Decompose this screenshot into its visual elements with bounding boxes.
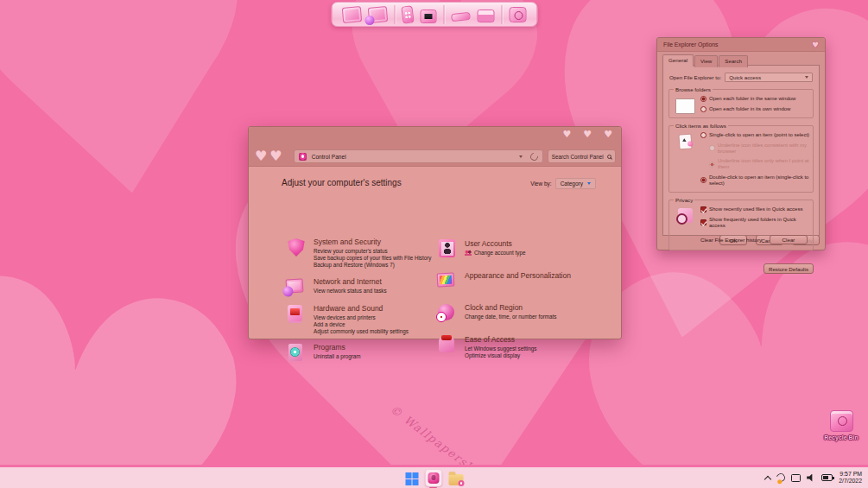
privacy-icon — [678, 208, 693, 223]
network-icon[interactable] — [368, 7, 387, 22]
general-tab-panel: Open File Explorer to: Quick access Brow… — [662, 65, 820, 236]
category-link[interactable]: Review your computer's status — [314, 248, 432, 255]
media-remote-icon[interactable] — [402, 6, 413, 23]
category-link[interactable]: Adjust commonly used mobility settings — [314, 328, 409, 335]
restore-defaults-button[interactable]: Restore Defaults — [763, 263, 814, 274]
tab-search[interactable]: Search — [719, 55, 748, 67]
computer-icon[interactable] — [342, 7, 361, 22]
recycle-cube-icon[interactable] — [509, 7, 526, 22]
checkbox-icon[interactable] — [700, 206, 706, 212]
dialog-title-bar: File Explorer Options ♥ — [657, 38, 825, 52]
dialog-tabs: General View Search — [662, 55, 749, 67]
taskbar-clock[interactable]: 9:57 PM 2/7/2022 — [839, 471, 862, 485]
checkbox-recent-files[interactable]: Show recently used files in Quick access — [700, 206, 810, 212]
category-title[interactable]: Clock and Region — [465, 303, 556, 312]
maximize-button[interactable]: ♥ — [583, 130, 592, 140]
recycle-bin-icon[interactable] — [830, 410, 853, 432]
open-explorer-dropdown[interactable]: Quick access — [725, 73, 813, 82]
category-title[interactable]: Network and Internet — [314, 277, 387, 286]
address-bar[interactable]: Control Panel — [294, 149, 543, 163]
dock-divider — [394, 5, 395, 24]
radio-icon[interactable] — [700, 132, 706, 138]
category-title[interactable]: Hardware and Sound — [314, 304, 409, 313]
file-explorer-options-dialog: File Explorer Options ♥ General View Sea… — [656, 37, 826, 250]
view-by-value: Category — [561, 181, 583, 187]
clear-button[interactable]: Clear — [770, 235, 808, 244]
dock-divider — [443, 5, 444, 24]
category-title[interactable]: System and Security — [314, 238, 432, 246]
camera-device-icon[interactable] — [420, 6, 436, 23]
category-link[interactable]: View network status and tasks — [314, 288, 387, 295]
category-user-accounts: User Accounts Change account type — [437, 239, 601, 258]
category-network-internet: Network and Internet View network status… — [286, 277, 450, 296]
radio-underline-browser: Underline icon titles consistent with my… — [709, 143, 810, 155]
category-link[interactable]: Change date, time, or number formats — [465, 314, 556, 320]
open-explorer-label: Open File Explorer to: — [669, 74, 721, 80]
category-title[interactable]: Programs — [314, 343, 361, 352]
category-link[interactable]: Add a device — [314, 321, 409, 328]
category-system-security: System and Security Review your computer… — [286, 238, 450, 269]
close-button[interactable]: ♥ — [604, 130, 612, 140]
shield-icon[interactable] — [286, 238, 307, 257]
display-palette-icon[interactable] — [437, 271, 458, 290]
tray-expand-icon[interactable] — [764, 475, 771, 482]
category-link[interactable]: Change account type — [465, 250, 526, 257]
programs-box-icon[interactable] — [286, 343, 307, 362]
ease-of-access-icon[interactable] — [437, 335, 458, 354]
control-panel-body: Adjust your computer's settings View by:… — [249, 167, 621, 339]
control-panel-app-icon — [428, 472, 439, 484]
recycle-bin[interactable]: Recycle Bin — [820, 410, 862, 440]
radio-own-window[interactable]: Open each folder in its own window — [700, 106, 810, 112]
clock-globe-icon[interactable] — [437, 303, 458, 322]
address-dropdown-icon[interactable] — [519, 155, 523, 158]
radio-icon[interactable] — [700, 177, 706, 183]
click-items-group: Click items as follows Single-click to o… — [668, 125, 814, 193]
category-link[interactable]: Uninstall a program — [314, 353, 361, 360]
category-title[interactable]: Appearance and Personalization — [465, 271, 571, 280]
recycle-bin-label: Recycle Bin — [820, 434, 862, 440]
network-monitor-icon[interactable] — [286, 277, 307, 296]
search-icon[interactable] — [607, 155, 611, 159]
battery-icon[interactable] — [821, 474, 833, 481]
back-button[interactable]: ♥ — [255, 149, 267, 163]
search-input[interactable]: Search Control Panel — [548, 149, 616, 163]
window-chrome: ♥ ♥ ♥ ♥ ♥ Control Panel Search Control P… — [249, 127, 621, 167]
taskbar-file-explorer-app[interactable] — [448, 474, 463, 485]
radio-icon[interactable] — [700, 96, 706, 102]
radio-double-click[interactable]: Double-click to open an item (single-cli… — [700, 174, 810, 187]
clear-history-label: Clear File Explorer history — [700, 237, 770, 243]
category-link[interactable]: Backup and Restore (Windows 7) — [314, 262, 432, 269]
forward-button[interactable]: ♥ — [269, 149, 282, 163]
tab-view[interactable]: View — [694, 55, 718, 67]
category-title[interactable]: Ease of Access — [465, 335, 536, 344]
close-icon[interactable]: ♥ — [812, 41, 819, 49]
category-title[interactable]: User Accounts — [465, 239, 526, 248]
tab-general[interactable]: General — [662, 54, 694, 67]
control-panel-icon — [299, 153, 307, 161]
user-icon[interactable] — [437, 239, 458, 258]
change-account-icon — [465, 250, 472, 256]
view-by-dropdown[interactable]: Category — [555, 178, 596, 189]
drive-icon[interactable] — [451, 8, 470, 21]
radio-single-click[interactable]: Single-click to open an item (point to s… — [700, 132, 810, 138]
browse-folders-group: Browse folders Open each folder in the s… — [668, 89, 814, 118]
taskbar-control-panel-app[interactable] — [425, 470, 441, 486]
checkbox-frequent-folders[interactable]: Show frequently used folders in Quick ac… — [700, 217, 810, 229]
control-panel-window: ♥ ♥ ♥ ♥ ♥ Control Panel Search Control P… — [248, 126, 622, 339]
refresh-icon[interactable] — [529, 151, 540, 162]
sync-status-icon[interactable] — [775, 472, 787, 484]
category-link[interactable]: Optimize visual display — [465, 352, 536, 359]
minimize-button[interactable]: ♥ — [562, 130, 571, 140]
checkbox-icon[interactable] — [700, 219, 706, 225]
category-link[interactable]: Save backup copies of your files with Fi… — [314, 255, 432, 262]
bag-icon[interactable] — [477, 7, 494, 22]
category-link[interactable]: View devices and printers — [314, 314, 409, 321]
display-icon[interactable] — [791, 474, 801, 482]
navigation-bar: ♥ ♥ Control Panel Search Control Panel — [249, 146, 621, 167]
printer-icon[interactable] — [286, 304, 307, 323]
volume-icon[interactable] — [807, 474, 815, 482]
radio-same-window[interactable]: Open each folder in the same window — [700, 96, 810, 102]
category-link[interactable]: Let Windows suggest settings — [465, 345, 536, 352]
start-button[interactable] — [405, 472, 418, 485]
radio-icon[interactable] — [700, 106, 706, 112]
